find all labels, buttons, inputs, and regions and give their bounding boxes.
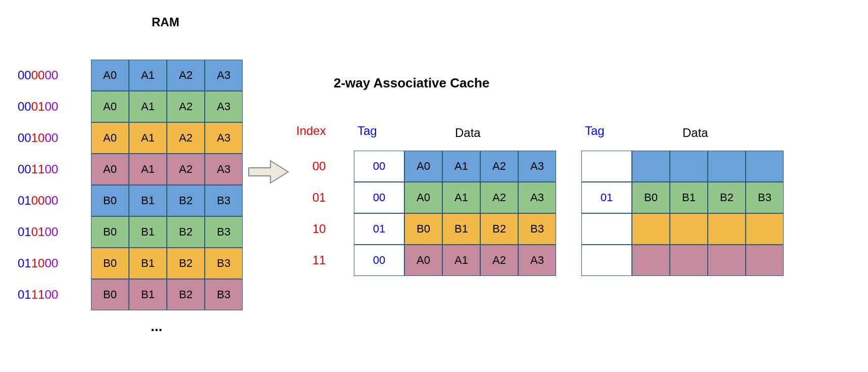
ram-cell: A2 — [167, 154, 205, 185]
cache-data-cell: A3 — [518, 245, 556, 276]
ram-address: 001100 — [18, 162, 58, 176]
cache-data-cell — [708, 245, 746, 276]
ram-address: 010100 — [18, 225, 58, 239]
cache-data-cell: B2 — [480, 213, 518, 245]
ram-cell: A2 — [167, 122, 205, 154]
cache-tag-cell: 01 — [354, 213, 404, 245]
cache-data-cell — [708, 213, 746, 245]
ram-cell: A1 — [129, 60, 167, 91]
cache-data-cell: A0 — [404, 245, 442, 276]
ram-address: 010000 — [18, 194, 58, 208]
way1-tag-label: Tag — [585, 124, 605, 138]
cache-data-cell — [670, 151, 708, 182]
ram-title: RAM — [152, 15, 179, 29]
ram-grid: A0A1A2A3A0A1A2A3A0A1A2A3A0A1A2A3B0B1B2B3… — [91, 60, 243, 310]
ram-cell: B2 — [167, 248, 205, 279]
cache-tag-cell — [581, 245, 632, 276]
cache-data-cell — [708, 151, 746, 182]
cache-index: 01 — [312, 191, 326, 205]
cache-data-cell: A1 — [442, 245, 480, 276]
cache-data-cell — [746, 245, 784, 276]
cache-tag-cell: 00 — [354, 245, 404, 276]
ram-cell: B0 — [91, 248, 129, 279]
index-label: Index — [296, 124, 326, 138]
ram-cell: A1 — [129, 91, 167, 122]
cache-title: 2-way Associative Cache — [334, 75, 489, 91]
cache-data-cell — [670, 245, 708, 276]
ram-cell: B0 — [91, 279, 129, 310]
ram-cell: A3 — [205, 91, 243, 122]
cache-data-cell: B2 — [708, 182, 746, 213]
ram-cell: A0 — [91, 154, 129, 185]
cache-data-cell: B1 — [442, 213, 480, 245]
ram-cell: A1 — [129, 122, 167, 154]
ram-cell: A3 — [205, 60, 243, 91]
cache-tag-cell: 00 — [354, 151, 404, 182]
cache-data-cell: A3 — [518, 151, 556, 182]
cache-data-cell: A3 — [518, 182, 556, 213]
cache-data-cell: A1 — [442, 182, 480, 213]
cache-index: 00 — [312, 159, 326, 173]
cache-data-cell: B1 — [670, 182, 708, 213]
cache-tag-cell: 00 — [354, 182, 404, 213]
ram-cell: B3 — [205, 279, 243, 310]
ram-cell: B3 — [205, 216, 243, 248]
cache-tag-cell — [581, 213, 632, 245]
ram-cell: A2 — [167, 60, 205, 91]
cache-data-cell: A2 — [480, 182, 518, 213]
cache-data-cell — [746, 213, 784, 245]
cache-data-cell: B3 — [746, 182, 784, 213]
ram-address: 011000 — [18, 256, 58, 270]
cache-data-cell — [632, 151, 670, 182]
ram-cell: A0 — [91, 122, 129, 154]
cache-way1-grid: 01B0B1B2B3 — [581, 151, 784, 276]
cache-data-cell: A1 — [442, 151, 480, 182]
cache-data-cell — [670, 213, 708, 245]
ram-cell: B1 — [129, 248, 167, 279]
diagram-root: RAM 000000000100001000001100010000010100… — [10, 10, 868, 372]
cache-tag-cell — [581, 151, 632, 182]
ram-cell: B2 — [167, 216, 205, 248]
cache-data-cell: B0 — [404, 213, 442, 245]
ram-cell: A2 — [167, 91, 205, 122]
ram-cell: B1 — [129, 185, 167, 216]
cache-index: 11 — [312, 253, 326, 267]
ram-cell: A3 — [205, 154, 243, 185]
ram-cell: B0 — [91, 216, 129, 248]
cache-index: 10 — [312, 222, 326, 236]
ram-cell: B3 — [205, 248, 243, 279]
ram-address: 000100 — [18, 100, 58, 114]
cache-data-cell: A0 — [404, 182, 442, 213]
ram-cell: A0 — [91, 91, 129, 122]
ram-cell: B0 — [91, 185, 129, 216]
ram-cell: B1 — [129, 279, 167, 310]
cache-data-cell — [746, 151, 784, 182]
ram-cell: B2 — [167, 279, 205, 310]
ram-address: 001000 — [18, 131, 58, 145]
arrow-icon — [248, 157, 291, 187]
cache-data-cell: A2 — [480, 245, 518, 276]
ram-cell: A0 — [91, 60, 129, 91]
ram-cell: A1 — [129, 154, 167, 185]
ram-cell: B2 — [167, 185, 205, 216]
cache-data-cell: B3 — [518, 213, 556, 245]
way0-data-label: Data — [455, 126, 481, 140]
cache-tag-cell: 01 — [581, 182, 632, 213]
way1-data-label: Data — [682, 126, 708, 140]
cache-data-cell: B0 — [632, 182, 670, 213]
ram-cell: B1 — [129, 216, 167, 248]
cache-data-cell: A2 — [480, 151, 518, 182]
cache-data-cell: A0 — [404, 151, 442, 182]
ram-ellipsis: ... — [151, 318, 162, 335]
cache-data-cell — [632, 213, 670, 245]
ram-cell: A3 — [205, 122, 243, 154]
ram-address: 000000 — [18, 68, 58, 82]
way0-tag-label: Tag — [357, 124, 377, 138]
ram-address: 011100 — [18, 288, 58, 302]
cache-data-cell — [632, 245, 670, 276]
ram-cell: B3 — [205, 185, 243, 216]
cache-way0-grid: 00A0A1A2A300A0A1A2A301B0B1B2B300A0A1A2A3 — [354, 151, 556, 276]
